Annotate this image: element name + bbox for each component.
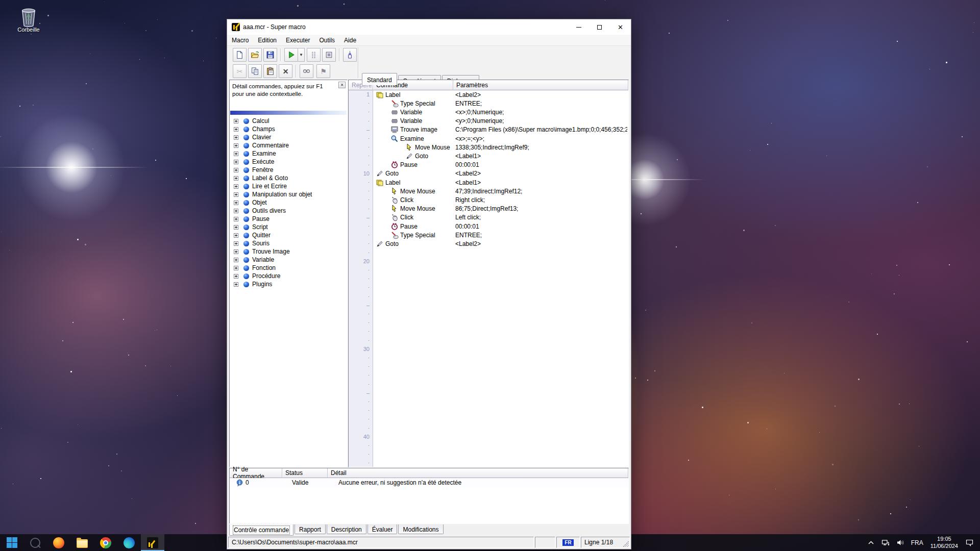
menu-aide[interactable]: Aide bbox=[339, 35, 361, 45]
language-indicator[interactable]: FRA bbox=[908, 534, 926, 551]
command-row[interactable]: Goto<Label2> bbox=[374, 239, 628, 248]
resize-grip[interactable] bbox=[623, 541, 629, 547]
close-button[interactable]: ✕ bbox=[610, 19, 631, 35]
command-row[interactable]: Goto<Label2> bbox=[374, 169, 628, 178]
new-button[interactable] bbox=[233, 48, 247, 62]
expand-plus-icon[interactable] bbox=[234, 274, 238, 279]
command-row[interactable]: Examine<x>;=;<y>; bbox=[374, 134, 628, 143]
tree-item-fen-tre[interactable]: Fenêtre bbox=[231, 166, 273, 174]
tree-item-objet[interactable]: Objet bbox=[231, 198, 267, 207]
menu-edition[interactable]: Edition bbox=[253, 35, 281, 45]
taskbar-chrome[interactable] bbox=[94, 534, 117, 551]
link-button[interactable] bbox=[300, 64, 313, 78]
command-row[interactable]: Pause00:00:01 bbox=[374, 222, 628, 231]
start-button[interactable] bbox=[0, 534, 23, 551]
copy-button[interactable] bbox=[248, 64, 262, 78]
maximize-button[interactable] bbox=[589, 19, 610, 35]
minimize-button[interactable] bbox=[568, 19, 589, 35]
tree-item-examine[interactable]: Examine bbox=[231, 149, 276, 158]
command-row[interactable]: Goto<Label1> bbox=[374, 152, 628, 160]
expand-plus-icon[interactable] bbox=[234, 176, 238, 181]
volume-icon[interactable] bbox=[893, 534, 908, 551]
validation-row[interactable]: 0 Valide Aucune erreur, ni suggestion n'… bbox=[230, 478, 628, 487]
column-header-num-commande[interactable]: N° de Commande bbox=[230, 468, 282, 478]
stop-button[interactable] bbox=[322, 48, 336, 62]
column-header-detail[interactable]: Détail bbox=[328, 468, 628, 478]
tab-rapport[interactable]: Rapport bbox=[295, 524, 326, 534]
tree-item-clavier[interactable]: Clavier bbox=[231, 133, 271, 141]
paste-button[interactable] bbox=[263, 64, 277, 78]
tree-item-outils-divers[interactable]: Outils divers bbox=[231, 207, 286, 215]
tree-item-trouve-image[interactable]: Trouve Image bbox=[231, 247, 290, 256]
column-header-status[interactable]: Status bbox=[282, 468, 328, 478]
open-button[interactable] bbox=[248, 48, 262, 62]
taskbar-search[interactable] bbox=[23, 534, 47, 551]
tree-item-fonction[interactable]: Fonction bbox=[231, 264, 276, 272]
expand-plus-icon[interactable] bbox=[234, 135, 238, 140]
command-row[interactable]: Move Mouse1338;305;Indirect;ImgRef9; bbox=[374, 143, 628, 152]
step-button[interactable] bbox=[307, 48, 321, 62]
tab-evaluer[interactable]: Évaluer bbox=[368, 524, 398, 534]
expand-plus-icon[interactable] bbox=[234, 258, 238, 262]
tree-item-commentaire[interactable]: Commentaire bbox=[231, 141, 289, 149]
command-row[interactable]: Type SpecialENTREE; bbox=[374, 231, 628, 239]
command-row[interactable]: Type SpecialENTREE; bbox=[374, 99, 628, 108]
expand-plus-icon[interactable] bbox=[234, 209, 238, 213]
expand-plus-icon[interactable] bbox=[234, 192, 238, 197]
expand-plus-icon[interactable] bbox=[234, 201, 238, 205]
expand-plus-icon[interactable] bbox=[234, 249, 238, 254]
command-row[interactable]: ClickRight click; bbox=[374, 195, 628, 204]
command-row[interactable]: Move Mouse86;75;Direct;ImgRef13; bbox=[374, 205, 628, 213]
command-row[interactable]: Pause00:00:01 bbox=[374, 161, 628, 169]
tree-item-plugins[interactable]: Plugins bbox=[231, 280, 272, 288]
tree-item-lire-et-ecrire[interactable]: Lire et Ecrire bbox=[231, 182, 287, 190]
menu-executer[interactable]: Executer bbox=[281, 35, 314, 45]
expand-plus-icon[interactable] bbox=[234, 160, 238, 164]
command-row[interactable]: Variable<y>;0;Numerique; bbox=[374, 117, 628, 126]
tree-item-quitter[interactable]: Quitter bbox=[231, 231, 271, 239]
taskbar-file-explorer[interactable] bbox=[70, 534, 94, 551]
command-row[interactable]: Label<Label1> bbox=[374, 178, 628, 187]
tab-description[interactable]: Description bbox=[327, 524, 366, 534]
tray-chevron-icon[interactable] bbox=[864, 534, 878, 551]
recycle-bin[interactable]: Corbeille bbox=[9, 5, 48, 33]
command-row[interactable]: Trouve imageC:\Program Files (x86)\Super… bbox=[374, 126, 628, 134]
taskbar-firefox[interactable] bbox=[47, 534, 70, 551]
expand-plus-icon[interactable] bbox=[234, 266, 238, 270]
expand-plus-icon[interactable] bbox=[234, 233, 238, 238]
expand-plus-icon[interactable] bbox=[234, 119, 238, 123]
menu-outils[interactable]: Outils bbox=[314, 35, 339, 45]
tab-standard[interactable]: Standard bbox=[362, 73, 397, 85]
tree-item-calcul[interactable]: Calcul bbox=[231, 117, 269, 125]
action-center-icon[interactable] bbox=[962, 534, 980, 551]
tree-item-manipulation-sur-objet[interactable]: Manipulation sur objet bbox=[231, 190, 312, 198]
flag-button[interactable]: ⚑ bbox=[316, 64, 330, 78]
run-button[interactable] bbox=[284, 48, 298, 62]
expand-plus-icon[interactable] bbox=[234, 225, 238, 230]
expand-plus-icon[interactable] bbox=[234, 282, 238, 287]
tree-item-champs[interactable]: Champs bbox=[231, 125, 275, 133]
expand-plus-icon[interactable] bbox=[234, 217, 238, 221]
tree-item-pause[interactable]: Pause bbox=[231, 215, 270, 223]
taskbar-edge[interactable] bbox=[117, 534, 141, 551]
tree-item-variable[interactable]: Variable bbox=[231, 256, 274, 264]
column-header-parametres[interactable]: Paramètres bbox=[453, 80, 628, 90]
expand-plus-icon[interactable] bbox=[234, 152, 238, 156]
tree-item-script[interactable]: Script bbox=[231, 223, 268, 231]
network-icon[interactable] bbox=[878, 534, 893, 551]
menu-macro[interactable]: Macro bbox=[227, 35, 253, 45]
tab-modifications[interactable]: Modifications bbox=[398, 524, 443, 534]
tree-selected-bar[interactable] bbox=[230, 111, 347, 115]
tree-item-ex-cute[interactable]: Exécute bbox=[231, 158, 274, 166]
save-button[interactable] bbox=[263, 48, 277, 62]
command-row[interactable]: Move Mouse47;39;Indirect;ImgRef12; bbox=[374, 187, 628, 195]
run-dropdown-button[interactable]: ▼ bbox=[298, 48, 305, 62]
expand-plus-icon[interactable] bbox=[234, 168, 238, 172]
expand-plus-icon[interactable] bbox=[234, 127, 238, 132]
expand-plus-icon[interactable] bbox=[234, 143, 238, 148]
clock[interactable]: 19:05 11/06/2024 bbox=[926, 536, 962, 550]
command-row[interactable]: Label<Label2> bbox=[374, 90, 628, 99]
expand-plus-icon[interactable] bbox=[234, 241, 238, 246]
tab-controle-commande[interactable]: Contrôle commande bbox=[229, 524, 293, 536]
taskbar-super-macro[interactable] bbox=[141, 534, 164, 551]
